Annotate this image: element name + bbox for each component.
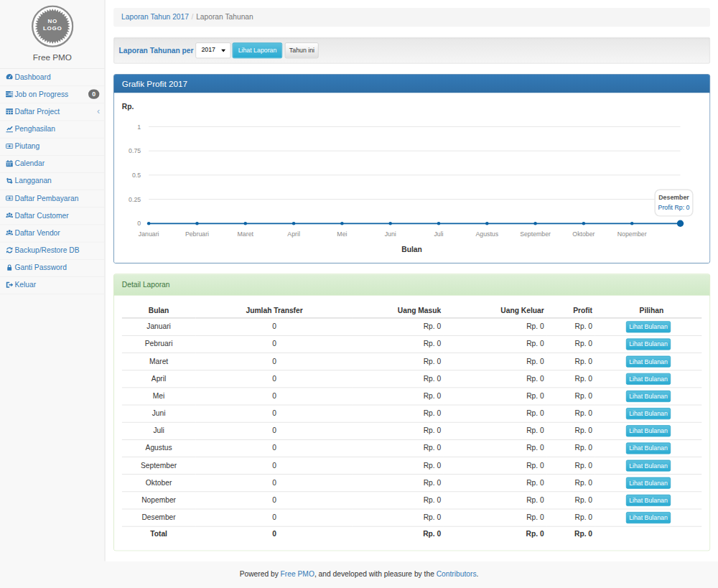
svg-text:Maret: Maret (238, 230, 254, 238)
svg-text:0.25: 0.25 (129, 196, 141, 203)
svg-text:0: 0 (137, 220, 141, 227)
svg-text:Januari: Januari (139, 230, 159, 238)
svg-text:0.5: 0.5 (132, 172, 141, 179)
svg-text:September: September (520, 230, 551, 238)
svg-text:1: 1 (137, 123, 141, 131)
svg-text:Nopember: Nopember (617, 230, 647, 238)
svg-text:Agustus: Agustus (475, 230, 498, 238)
svg-text:0.75: 0.75 (129, 147, 141, 154)
svg-text:NO: NO (47, 18, 57, 24)
svg-text:Mei: Mei (337, 230, 347, 238)
svg-text:Juli: Juli (434, 230, 443, 238)
svg-text:LOGO: LOGO (43, 25, 62, 32)
svg-text:Oktober: Oktober (572, 230, 595, 238)
svg-text:Juni: Juni (385, 230, 396, 238)
svg-text:Pebruari: Pebruari (185, 230, 209, 238)
svg-text:April: April (287, 230, 300, 238)
